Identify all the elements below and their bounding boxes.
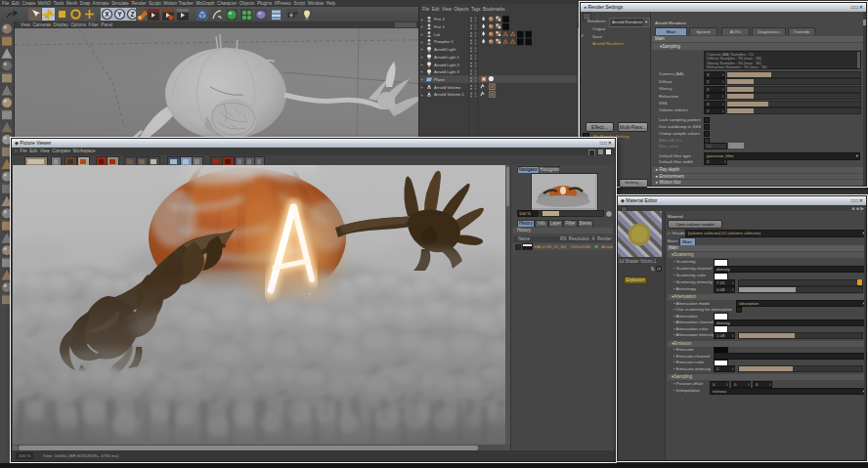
svg-text:Fire 1: Fire 1: [434, 24, 445, 29]
svg-text:+: +: [420, 46, 423, 52]
svg-text:Arnold Light 1: Arnold Light 1: [434, 55, 460, 60]
svg-text:Plane: Plane: [434, 77, 445, 82]
svg-text:+: +: [420, 92, 423, 98]
svg-text:Z: Z: [131, 11, 135, 18]
svg-text:Arnold Volume: Arnold Volume: [434, 85, 461, 90]
svg-text:Lid: Lid: [434, 32, 440, 37]
svg-text:+: +: [420, 39, 423, 45]
svg-text:+: +: [420, 76, 423, 82]
svg-text:+: +: [420, 54, 423, 60]
svg-text:X: X: [105, 11, 109, 18]
svg-text:+: +: [420, 23, 423, 29]
svg-text:Pumpkin 1: Pumpkin 1: [434, 39, 454, 44]
svg-text:+: +: [420, 62, 423, 67]
svg-text:Fire 2: Fire 2: [434, 17, 445, 21]
svg-text:Arnold Light 2: Arnold Light 2: [434, 63, 460, 67]
svg-text:Arnold Volume 1: Arnold Volume 1: [434, 92, 464, 97]
svg-text:Arnold Light: Arnold Light: [434, 47, 456, 52]
svg-text:+: +: [420, 17, 423, 22]
svg-text:+: +: [420, 84, 423, 90]
svg-text:+: +: [420, 31, 423, 37]
svg-text:Arnold Light 3: Arnold Light 3: [434, 69, 460, 74]
svg-text:+: +: [420, 68, 423, 74]
svg-text:Y: Y: [117, 11, 122, 18]
